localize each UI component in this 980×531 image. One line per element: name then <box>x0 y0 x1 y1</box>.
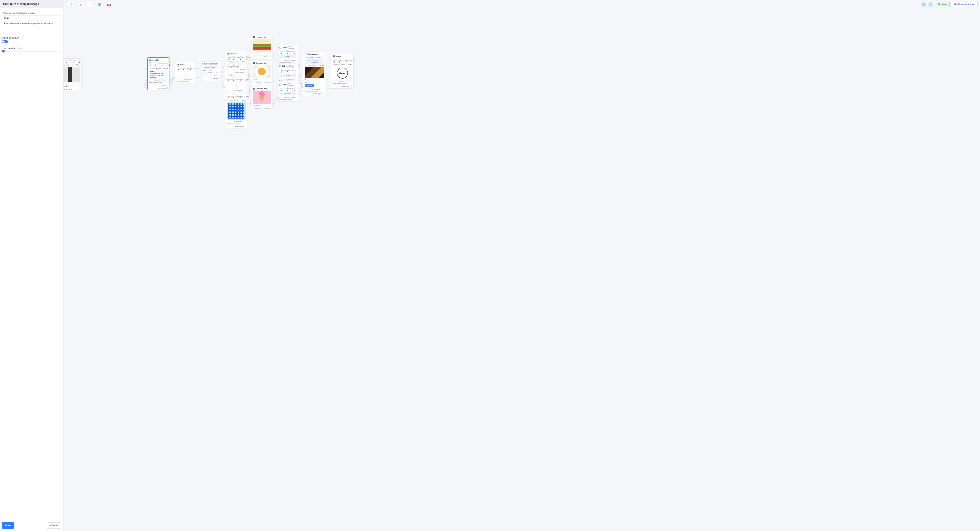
tool-ecommerce-icon[interactable]: 🛒 <box>68 2 75 8</box>
tap-icon: ☟ <box>227 83 246 89</box>
ai-icon: 🤖 <box>149 59 151 61</box>
port[interactable] <box>162 82 163 83</box>
port[interactable] <box>227 121 228 122</box>
port[interactable] <box>217 75 218 76</box>
button-icon: ⬚ <box>279 83 281 86</box>
port[interactable] <box>269 56 270 57</box>
panel-title: Configure ai reply message <box>0 0 63 8</box>
port[interactable] <box>292 99 293 100</box>
system-field-link[interactable]: System Field <box>202 69 218 71</box>
port[interactable] <box>253 108 254 109</box>
fit-button[interactable]: ⤢ <box>928 2 933 7</box>
port[interactable] <box>149 80 150 81</box>
port[interactable] <box>279 78 280 79</box>
node-ecommerce[interactable]: 🛒Ecommerce Sent : [object Promise] Flavo… <box>303 51 326 96</box>
tool-flow-icon[interactable]: ↕ <box>87 2 94 8</box>
port[interactable] <box>345 83 347 84</box>
toolbar: 🛒 ≥ ↕ 🔠 🤖 <box>68 2 113 8</box>
flow-canvas[interactable]: Delivered0 Subscribers0 Errors0 Typing D… <box>64 0 980 531</box>
port[interactable] <box>79 89 80 90</box>
port[interactable] <box>279 97 280 98</box>
file-icon: 📄 <box>227 74 229 76</box>
save-icon: 🖫 <box>938 3 940 6</box>
port[interactable] <box>239 66 240 67</box>
tool-ai-icon[interactable]: 🤖 <box>105 2 113 8</box>
node-carousel-soup[interactable]: 🖼Carousel item Soup MessageButtons <box>251 60 272 85</box>
cart-icon: 🛒 <box>305 53 307 55</box>
node-carousel[interactable]: 🖼Carousel ✈ Sent0 ⊘ Delivered0 ☺ Subscri… <box>225 51 247 75</box>
port[interactable] <box>269 108 270 109</box>
ai-message-textarea[interactable]: ☺ Hi AI, Please Repond when human agent … <box>2 15 61 34</box>
cancel-button[interactable]: Cancel <box>47 522 61 529</box>
port[interactable] <box>217 78 218 79</box>
node-audio[interactable]: 🔉Audio ✈ Sent0 ⊘ Delivered0 ☺ Subscriber… <box>175 62 195 83</box>
port[interactable] <box>323 93 324 94</box>
port[interactable] <box>292 62 293 63</box>
emoji-icon[interactable]: ☺ <box>57 17 60 20</box>
logo-image: Flavour <box>333 66 352 80</box>
port[interactable] <box>269 82 270 83</box>
image-icon: 🖼 <box>253 87 255 90</box>
buy-now-button[interactable]: Buy Now <box>305 84 314 87</box>
port[interactable] <box>253 82 254 83</box>
typing-label: Typing on display <box>2 37 61 39</box>
node-image[interactable]: 🖼Image ✈ Sent0 ⊘ Delivered0 ☺ Subscriber… <box>331 54 353 89</box>
port[interactable] <box>189 80 191 81</box>
port[interactable] <box>167 85 168 86</box>
rewind-button[interactable]: ⏮ <box>921 2 926 7</box>
port[interactable] <box>167 87 168 89</box>
port[interactable] <box>202 75 203 76</box>
carousel-icon: 🖼 <box>227 52 229 55</box>
prompt-label: Please write a message to learn ai. <box>2 12 61 14</box>
typing-toggle[interactable] <box>2 40 8 43</box>
fb-page-button[interactable]: FB: Flavour Fusion <box>951 2 978 7</box>
msg-line-1: Hi AI, <box>4 17 59 19</box>
port[interactable] <box>202 72 203 73</box>
node-button-burger[interactable]: ⬚ButtonSend message ↗ Click0 ☺ Subscribe… <box>278 45 298 64</box>
button-icon: ⬚ <box>279 65 281 67</box>
done-button[interactable]: Done <box>2 522 14 529</box>
port[interactable] <box>227 64 228 65</box>
save-button[interactable]: 🖫Save <box>935 2 950 7</box>
port[interactable] <box>253 56 254 57</box>
tool-condition-icon[interactable]: ≥ <box>77 2 84 8</box>
config-panel: Configure ai reply message Please write … <box>0 0 64 531</box>
node-carousel-icecream[interactable]: 🖼Carousel item Icecream MessageButtons <box>251 86 272 111</box>
port[interactable] <box>244 69 246 70</box>
button-icon: ⬚ <box>279 46 281 49</box>
burger-image <box>253 39 270 52</box>
port[interactable] <box>305 89 306 90</box>
msg-line-2: Please Repond when human agent is not av… <box>4 22 59 24</box>
port[interactable] <box>351 86 352 87</box>
image-icon: 🖼 <box>253 62 255 64</box>
node-carousel-burger[interactable]: 🖼Carousel item Burger MessageButtons <box>251 35 272 59</box>
tool-text-icon[interactable]: 🔠 <box>96 2 103 8</box>
port[interactable] <box>227 89 228 91</box>
image-icon: 🖼 <box>333 55 335 57</box>
port[interactable] <box>333 81 334 82</box>
audio-icon: 🔉 <box>177 63 179 65</box>
node-conditional[interactable]: ≥Conditional reply Match Type: All Syste… <box>200 61 220 81</box>
port[interactable] <box>79 85 80 86</box>
icecream-image <box>253 91 270 104</box>
port[interactable] <box>177 79 178 80</box>
port[interactable] <box>244 126 246 127</box>
port[interactable] <box>239 122 240 124</box>
node-button-soup[interactable]: ⬚ButtonSend message ↗ Click0 ☺ Subscribe… <box>278 63 298 83</box>
delay-label: Delay in reply - 0 sec <box>2 47 61 49</box>
biriyani-image <box>305 67 324 78</box>
port[interactable] <box>292 80 293 81</box>
condition-icon: ≥ <box>202 63 203 65</box>
node-text-partial[interactable]: Delivered0 Subscribers0 Errors0 Typing D… <box>64 59 81 92</box>
delay-slider[interactable] <box>2 51 61 51</box>
port[interactable] <box>279 60 280 61</box>
soup-image <box>253 65 270 78</box>
node-ai-reply[interactable]: 🤖AI reply ✈ Sent0 ⊘ Delivered0 ☺ Subscri… <box>147 57 170 90</box>
node-file-qr[interactable]: ✈ Sent0 ⊘ Delivered0 ☺ Subscribers0 ⚠ Er… <box>225 92 247 128</box>
port[interactable] <box>317 90 318 92</box>
tap-icon: ☟ <box>177 72 193 78</box>
image-icon: 🖼 <box>253 36 255 38</box>
node-button-icecream[interactable]: ⬚ButtonSend message ↗ Click0 ☺ Subscribe… <box>278 82 298 102</box>
qr-image <box>227 102 246 120</box>
